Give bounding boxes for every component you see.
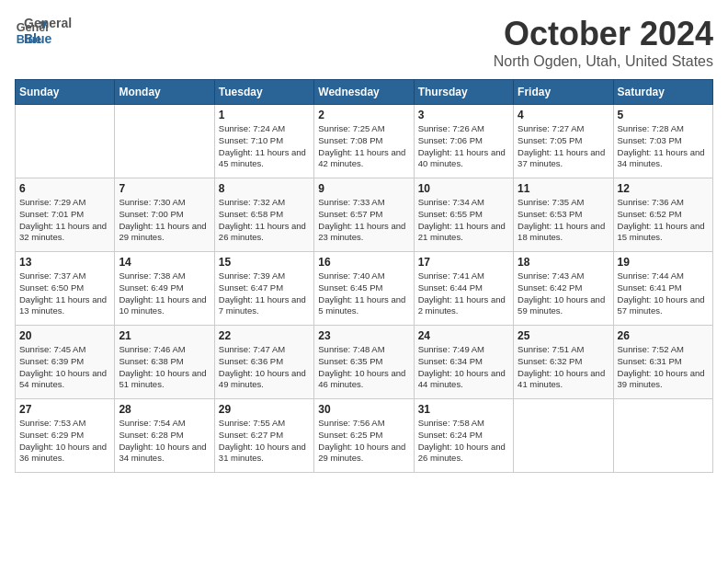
calendar-cell [514, 399, 613, 473]
day-number: 31 [418, 403, 509, 416]
weekday-header-friday: Friday [514, 80, 613, 105]
calendar-header: SundayMondayTuesdayWednesdayThursdayFrid… [16, 80, 713, 105]
day-info: Sunrise: 7:49 AMSunset: 6:34 PMDaylight:… [418, 344, 509, 391]
week-row-0: 1Sunrise: 7:24 AMSunset: 7:10 PMDaylight… [16, 105, 713, 178]
calendar-cell: 23Sunrise: 7:48 AMSunset: 6:35 PMDayligh… [314, 326, 414, 399]
day-number: 29 [219, 403, 310, 416]
day-number: 1 [219, 109, 310, 121]
day-number: 21 [119, 329, 210, 342]
day-info: Sunrise: 7:35 AMSunset: 6:53 PMDaylight:… [518, 197, 609, 244]
calendar-title: October 2024 [494, 15, 713, 53]
logo-line1: General [24, 16, 72, 31]
day-info: Sunrise: 7:26 AMSunset: 7:06 PMDaylight:… [418, 123, 509, 170]
calendar-cell: 24Sunrise: 7:49 AMSunset: 6:34 PMDayligh… [414, 326, 513, 399]
day-number: 3 [418, 109, 509, 121]
calendar-cell: 17Sunrise: 7:41 AMSunset: 6:44 PMDayligh… [414, 252, 513, 326]
day-info: Sunrise: 7:54 AMSunset: 6:28 PMDaylight:… [119, 418, 210, 465]
day-info: Sunrise: 7:37 AMSunset: 6:50 PMDaylight:… [19, 270, 110, 317]
logo: General Blue General Blue [15, 15, 72, 48]
day-info: Sunrise: 7:36 AMSunset: 6:52 PMDaylight:… [618, 197, 709, 244]
calendar-cell: 9Sunrise: 7:33 AMSunset: 6:57 PMDaylight… [314, 178, 414, 252]
calendar-cell: 27Sunrise: 7:53 AMSunset: 6:29 PMDayligh… [16, 399, 115, 473]
weekday-header-thursday: Thursday [414, 80, 513, 105]
weekday-header-row: SundayMondayTuesdayWednesdayThursdayFrid… [16, 80, 713, 105]
day-number: 16 [318, 256, 409, 269]
calendar-cell: 1Sunrise: 7:24 AMSunset: 7:10 PMDaylight… [214, 105, 313, 178]
day-info: Sunrise: 7:43 AMSunset: 6:42 PMDaylight:… [518, 270, 609, 317]
day-number: 17 [418, 256, 509, 269]
calendar-cell [16, 105, 115, 178]
calendar-cell: 8Sunrise: 7:32 AMSunset: 6:58 PMDaylight… [214, 178, 313, 252]
calendar-cell: 31Sunrise: 7:58 AMSunset: 6:24 PMDayligh… [414, 399, 513, 473]
day-number: 30 [318, 403, 409, 416]
calendar-cell: 16Sunrise: 7:40 AMSunset: 6:45 PMDayligh… [314, 252, 414, 326]
day-info: Sunrise: 7:39 AMSunset: 6:47 PMDaylight:… [219, 270, 310, 317]
day-number: 24 [418, 329, 509, 342]
day-info: Sunrise: 7:53 AMSunset: 6:29 PMDaylight:… [19, 418, 110, 465]
day-info: Sunrise: 7:32 AMSunset: 6:58 PMDaylight:… [219, 197, 310, 244]
day-info: Sunrise: 7:27 AMSunset: 7:05 PMDaylight:… [518, 123, 609, 170]
week-row-3: 20Sunrise: 7:45 AMSunset: 6:39 PMDayligh… [16, 326, 713, 399]
day-number: 12 [618, 182, 709, 195]
weekday-header-tuesday: Tuesday [214, 80, 313, 105]
weekday-header-sunday: Sunday [16, 80, 115, 105]
day-info: Sunrise: 7:51 AMSunset: 6:32 PMDaylight:… [518, 344, 609, 391]
day-info: Sunrise: 7:52 AMSunset: 6:31 PMDaylight:… [618, 344, 709, 391]
calendar-cell: 6Sunrise: 7:29 AMSunset: 7:01 PMDaylight… [16, 178, 115, 252]
day-info: Sunrise: 7:29 AMSunset: 7:01 PMDaylight:… [19, 197, 110, 244]
day-number: 10 [418, 182, 509, 195]
day-info: Sunrise: 7:30 AMSunset: 7:00 PMDaylight:… [119, 197, 210, 244]
day-number: 5 [618, 109, 709, 121]
day-number: 23 [318, 329, 409, 342]
day-number: 7 [119, 182, 210, 195]
calendar-cell: 11Sunrise: 7:35 AMSunset: 6:53 PMDayligh… [514, 178, 613, 252]
day-info: Sunrise: 7:45 AMSunset: 6:39 PMDaylight:… [19, 344, 110, 391]
calendar-cell: 18Sunrise: 7:43 AMSunset: 6:42 PMDayligh… [514, 252, 613, 326]
weekday-header-wednesday: Wednesday [314, 80, 414, 105]
calendar-cell: 15Sunrise: 7:39 AMSunset: 6:47 PMDayligh… [214, 252, 313, 326]
calendar-subtitle: North Ogden, Utah, United States [494, 53, 713, 70]
day-number: 15 [219, 256, 310, 269]
day-number: 2 [318, 109, 409, 121]
calendar-cell: 29Sunrise: 7:55 AMSunset: 6:27 PMDayligh… [214, 399, 313, 473]
calendar-cell: 12Sunrise: 7:36 AMSunset: 6:52 PMDayligh… [613, 178, 712, 252]
day-number: 28 [119, 403, 210, 416]
week-row-4: 27Sunrise: 7:53 AMSunset: 6:29 PMDayligh… [16, 399, 713, 473]
day-number: 13 [19, 256, 110, 269]
day-number: 25 [518, 329, 609, 342]
calendar-cell: 19Sunrise: 7:44 AMSunset: 6:41 PMDayligh… [613, 252, 712, 326]
calendar-table: SundayMondayTuesdayWednesdayThursdayFrid… [15, 79, 713, 473]
calendar-cell: 10Sunrise: 7:34 AMSunset: 6:55 PMDayligh… [414, 178, 513, 252]
day-number: 14 [119, 256, 210, 269]
day-info: Sunrise: 7:58 AMSunset: 6:24 PMDaylight:… [418, 418, 509, 465]
day-number: 11 [518, 182, 609, 195]
day-number: 27 [19, 403, 110, 416]
title-section: October 2024 North Ogden, Utah, United S… [494, 15, 713, 70]
day-info: Sunrise: 7:55 AMSunset: 6:27 PMDaylight:… [219, 418, 310, 465]
weekday-header-monday: Monday [115, 80, 214, 105]
day-info: Sunrise: 7:47 AMSunset: 6:36 PMDaylight:… [219, 344, 310, 391]
day-number: 6 [19, 182, 110, 195]
calendar-cell: 30Sunrise: 7:56 AMSunset: 6:25 PMDayligh… [314, 399, 414, 473]
week-row-2: 13Sunrise: 7:37 AMSunset: 6:50 PMDayligh… [16, 252, 713, 326]
day-number: 18 [518, 256, 609, 269]
day-info: Sunrise: 7:25 AMSunset: 7:08 PMDaylight:… [318, 123, 409, 170]
day-info: Sunrise: 7:56 AMSunset: 6:25 PMDaylight:… [318, 418, 409, 465]
day-info: Sunrise: 7:46 AMSunset: 6:38 PMDaylight:… [119, 344, 210, 391]
week-row-1: 6Sunrise: 7:29 AMSunset: 7:01 PMDaylight… [16, 178, 713, 252]
calendar-cell [115, 105, 214, 178]
calendar-cell: 25Sunrise: 7:51 AMSunset: 6:32 PMDayligh… [514, 326, 613, 399]
calendar-cell: 22Sunrise: 7:47 AMSunset: 6:36 PMDayligh… [214, 326, 313, 399]
day-info: Sunrise: 7:28 AMSunset: 7:03 PMDaylight:… [618, 123, 709, 170]
day-info: Sunrise: 7:33 AMSunset: 6:57 PMDaylight:… [318, 197, 409, 244]
day-info: Sunrise: 7:38 AMSunset: 6:49 PMDaylight:… [119, 270, 210, 317]
calendar-cell: 5Sunrise: 7:28 AMSunset: 7:03 PMDaylight… [613, 105, 712, 178]
logo-line2: Blue [24, 31, 72, 47]
day-info: Sunrise: 7:44 AMSunset: 6:41 PMDaylight:… [618, 270, 709, 317]
day-number: 4 [518, 109, 609, 121]
day-info: Sunrise: 7:34 AMSunset: 6:55 PMDaylight:… [418, 197, 509, 244]
calendar-cell: 14Sunrise: 7:38 AMSunset: 6:49 PMDayligh… [115, 252, 214, 326]
calendar-cell: 21Sunrise: 7:46 AMSunset: 6:38 PMDayligh… [115, 326, 214, 399]
weekday-header-saturday: Saturday [613, 80, 712, 105]
day-info: Sunrise: 7:40 AMSunset: 6:45 PMDaylight:… [318, 270, 409, 317]
